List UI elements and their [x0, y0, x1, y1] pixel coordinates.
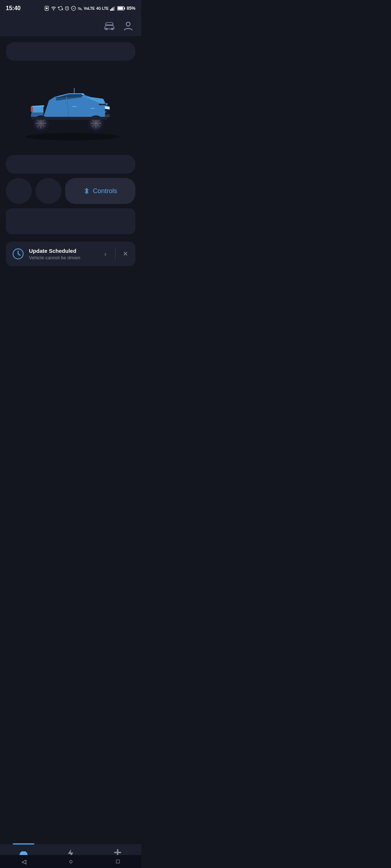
- status-time: 15:40: [6, 5, 21, 12]
- status-bar: 15:40: [0, 0, 141, 16]
- network-label: 4G LTE: [96, 7, 109, 10]
- svg-rect-24: [91, 108, 95, 109]
- volte-label: VoLTE: [84, 7, 95, 10]
- status-icons: VoLTE 4G LTE 85%: [44, 6, 135, 11]
- update-close-button[interactable]: ✕: [121, 250, 130, 258]
- svg-rect-12: [118, 7, 123, 10]
- update-text-area: Update Scheduled Vehicle cannot be drive…: [29, 248, 97, 260]
- svg-rect-39: [31, 117, 108, 120]
- svg-rect-42: [99, 104, 106, 105]
- svg-rect-11: [124, 7, 125, 9]
- controls-label: Controls: [93, 187, 117, 195]
- update-arrow-button[interactable]: ›: [101, 250, 109, 258]
- profile-button[interactable]: [122, 20, 134, 32]
- profile-icon: [123, 21, 133, 31]
- controls-button[interactable]: Controls: [65, 178, 135, 204]
- truck-illustration: F: [13, 73, 129, 142]
- sim-icon: [44, 6, 49, 11]
- svg-rect-23: [72, 106, 77, 107]
- svg-point-16: [25, 133, 119, 140]
- bluetooth-icon: [83, 187, 90, 195]
- update-clock-icon: [12, 247, 25, 260]
- battery-icon: [117, 6, 125, 11]
- car-stacked-icon: [104, 21, 115, 31]
- car-stacked-button[interactable]: [104, 20, 115, 32]
- svg-rect-1: [46, 8, 47, 9]
- wifi-icon: [51, 6, 56, 11]
- update-subtitle: Vehicle cannot be driven: [29, 255, 97, 260]
- dnd-icon: [71, 6, 76, 11]
- alarm-icon: [64, 6, 70, 11]
- action-circle-1[interactable]: [6, 178, 32, 204]
- vehicle-display: F: [6, 68, 135, 148]
- app-header: [0, 16, 141, 36]
- action-circle-2[interactable]: [35, 178, 62, 204]
- vehicle-status-bar: [6, 155, 135, 174]
- svg-rect-9: [114, 7, 115, 11]
- battery-percent: 85%: [127, 6, 135, 11]
- signal-icon: [110, 6, 116, 11]
- svg-rect-6: [110, 9, 111, 11]
- sync-icon: [58, 6, 63, 11]
- update-divider: [115, 247, 115, 260]
- action-row: Controls: [6, 178, 135, 204]
- vehicle-name-bar[interactable]: [6, 42, 135, 61]
- svg-point-2: [53, 10, 54, 10]
- update-title: Update Scheduled: [29, 248, 97, 254]
- update-notification: Update Scheduled Vehicle cannot be drive…: [6, 242, 135, 266]
- svg-point-15: [126, 22, 130, 26]
- svg-rect-41: [31, 107, 33, 112]
- info-card: [6, 208, 135, 234]
- cast-icon: [77, 6, 83, 11]
- svg-rect-8: [113, 7, 114, 10]
- main-content: F: [0, 36, 141, 272]
- svg-rect-7: [111, 8, 112, 11]
